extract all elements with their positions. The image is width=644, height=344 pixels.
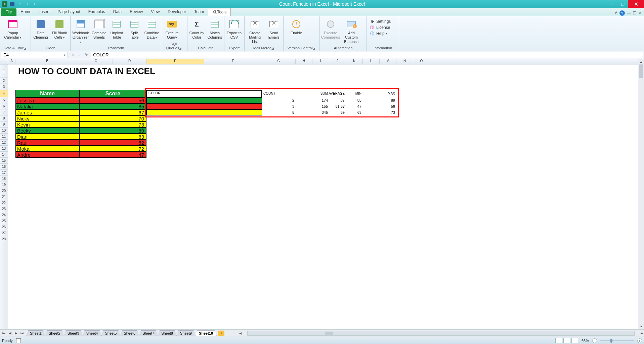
sheet-tab-sheet10[interactable]: Sheet10 (195, 330, 217, 336)
sheet-tab-sheet3[interactable]: Sheet3 (64, 330, 83, 336)
col-header-J[interactable]: J (329, 59, 346, 64)
summary-header[interactable]: MAX (380, 91, 396, 96)
ribbon-tab-insert[interactable]: Insert (35, 8, 53, 16)
col-header-I[interactable]: I (312, 59, 329, 64)
row-header-8[interactable]: 8 (0, 115, 8, 121)
page-title[interactable]: HOW TO COUNT DATA IN EXCEL (17, 66, 185, 77)
sheet-tab-sheet9[interactable]: Sheet9 (176, 330, 196, 336)
sheet-tab-sheet8[interactable]: Sheet8 (158, 330, 177, 336)
row-header-4[interactable]: 4 (0, 90, 8, 97)
table-header-score[interactable]: Score (79, 90, 146, 97)
col-header-E[interactable]: E (146, 59, 204, 64)
col-header-B[interactable]: B (15, 59, 79, 64)
add-custom-buttons-button[interactable]: Add Custom Buttons (342, 18, 361, 44)
sheet-tab-sheet4[interactable]: Sheet4 (83, 330, 102, 336)
row-header-15[interactable]: 15 (0, 158, 8, 164)
row-header-26[interactable]: 26 (0, 224, 8, 230)
table-row[interactable]: 85 (79, 103, 146, 109)
help-icon[interactable]: ? (619, 10, 625, 16)
sheet-nav-prev[interactable]: ◀ (7, 331, 13, 335)
zoom-out-button[interactable]: − (592, 338, 597, 343)
fx-icon[interactable]: fx (85, 53, 88, 57)
sheet-nav-last[interactable]: ⏭ (19, 331, 25, 335)
scroll-thumb[interactable] (639, 64, 643, 78)
row-header-1[interactable]: 1 (0, 64, 8, 78)
column-headers[interactable]: ABCDEFGHIJKLMNO (0, 59, 644, 64)
summary-value[interactable]: 63 (346, 110, 363, 115)
col-header-F[interactable]: F (204, 59, 262, 64)
summary-value[interactable]: 2 (262, 98, 296, 103)
table-header-name[interactable]: Name (15, 90, 79, 97)
help-button[interactable]: ⓘHelp ▾ (370, 31, 391, 36)
row-headers[interactable]: 1234567891011121314151617181920212223242… (0, 64, 8, 329)
summary-value[interactable]: 47 (346, 104, 363, 109)
summary-value[interactable]: 69 (329, 110, 346, 115)
data-cleaning-button[interactable]: Data Cleaning (32, 18, 49, 40)
col-header-A[interactable]: A (8, 59, 15, 64)
formula-input[interactable]: COLOR (91, 52, 643, 58)
summary-header[interactable]: COUNT (262, 91, 296, 96)
cancel-formula-icon[interactable]: ✕ (71, 53, 75, 57)
row-header-10[interactable]: 10 (0, 128, 8, 134)
summary-value[interactable]: 56 (380, 104, 396, 109)
summary-header[interactable]: AVERAGE (329, 91, 346, 96)
col-header-G[interactable]: G (262, 59, 296, 64)
table-row[interactable]: 47 (79, 152, 146, 158)
count-by-color-button[interactable]: ΣCount by Color (189, 18, 205, 40)
table-row[interactable]: 73 (79, 121, 146, 128)
page-layout-view-button[interactable] (563, 338, 570, 343)
table-row[interactable]: Nicky (15, 115, 79, 121)
row-header-13[interactable]: 13 (0, 146, 8, 152)
window-restore-icon[interactable]: ❐ (633, 11, 637, 15)
ribbon-tab-home[interactable]: Home (16, 8, 35, 16)
row-header-27[interactable]: 27 (0, 230, 8, 236)
ribbon-tab-team[interactable]: Team (190, 8, 208, 16)
row-header-6[interactable]: 6 (0, 103, 8, 109)
match-columns-button[interactable]: Match Columns (207, 18, 223, 40)
table-row[interactable]: Moka (15, 146, 79, 152)
summary-value[interactable]: 155 (312, 104, 329, 109)
row-header-24[interactable]: 24 (0, 212, 8, 218)
summary-color-swatch[interactable] (146, 103, 262, 109)
summary-value[interactable]: 85 (346, 98, 363, 103)
close-button[interactable]: ✕ (628, 0, 644, 8)
row-header-18[interactable]: 18 (0, 176, 8, 182)
summary-header[interactable]: SUM (312, 91, 329, 96)
col-header-N[interactable]: N (396, 59, 413, 64)
row-header-3[interactable]: 3 (0, 84, 8, 90)
row-header-19[interactable]: 19 (0, 182, 8, 188)
combine-sheets-button[interactable]: Combine Sheets (91, 18, 107, 40)
summary-value[interactable]: 3 (262, 104, 296, 109)
combine-data-button[interactable]: Combine Data (144, 18, 160, 40)
macro-record-icon[interactable] (16, 338, 21, 343)
execute-query-button[interactable]: SQLExecute Query (163, 18, 181, 40)
row-header-23[interactable]: 23 (0, 206, 8, 212)
table-row[interactable]: 72 (79, 146, 146, 152)
table-row[interactable]: Natalia (15, 103, 79, 109)
sheet-tab-sheet5[interactable]: Sheet5 (101, 330, 121, 336)
ribbon-tab-page-layout[interactable]: Page Layout (53, 8, 84, 16)
send-emails-button[interactable]: Send Emails (266, 18, 282, 40)
normal-view-button[interactable] (555, 338, 562, 343)
worksheet-grid[interactable]: ABCDEFGHIJKLMNO 123456789101112131415161… (0, 59, 644, 329)
excel-app-icon[interactable]: X (1, 1, 8, 7)
ribbon-tab-view[interactable]: View (147, 8, 164, 16)
sheet-tab-sheet1[interactable]: Sheet1 (26, 330, 45, 336)
col-header-L[interactable]: L (363, 59, 380, 64)
file-tab[interactable]: File (1, 8, 16, 16)
maximize-button[interactable]: ▢ (617, 0, 628, 8)
row-header-2[interactable]: 2 (0, 78, 8, 84)
sheet-tab-sheet6[interactable]: Sheet6 (120, 330, 139, 336)
cells-area[interactable]: HOW TO COUNT DATA IN EXCELNameScoreJessi… (8, 64, 644, 329)
qat-customize[interactable]: ▾ (31, 1, 38, 7)
vertical-scrollbar[interactable]: ▲ ▼ (638, 59, 644, 329)
scroll-down-arrow[interactable]: ▼ (638, 324, 644, 329)
sheet-nav-next[interactable]: ▶ (13, 331, 19, 335)
col-header-O[interactable]: O (413, 59, 430, 64)
export-csv-button[interactable]: Export to CSV (226, 18, 243, 40)
hscroll-right[interactable]: ▶ (639, 332, 644, 335)
row-header-14[interactable]: 14 (0, 152, 8, 158)
row-header-25[interactable]: 25 (0, 218, 8, 224)
scroll-up-arrow[interactable]: ▲ (638, 59, 644, 64)
ribbon-tab-data[interactable]: Data (109, 8, 126, 16)
